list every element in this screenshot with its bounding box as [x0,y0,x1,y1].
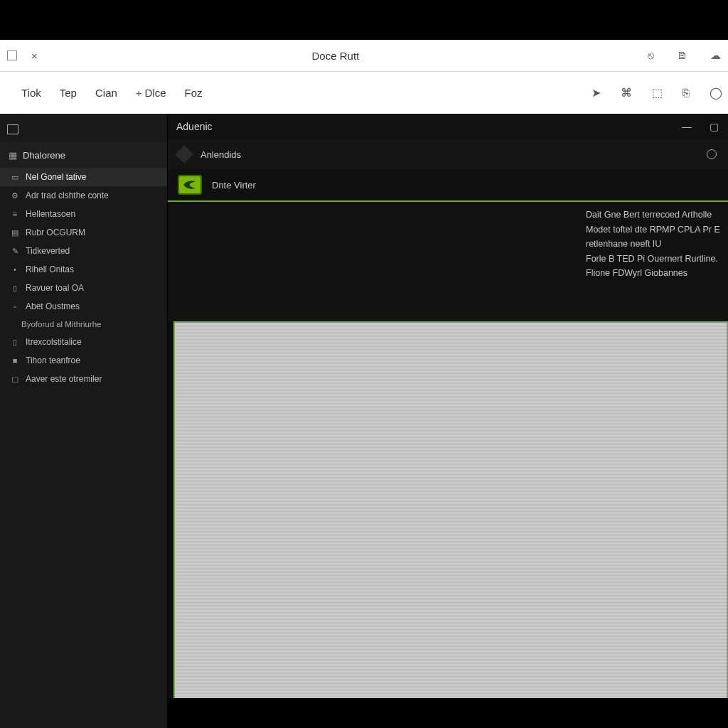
link-icon[interactable]: ⎋ [648,49,654,62]
info-line-1: Modet toftel dte RPMP CPLA Pr E [586,224,721,237]
sidebar-item-9[interactable]: ▢ Aaver este otremiler [0,370,167,388]
doc-icon: ▫ [10,302,20,311]
window-black-band [0,0,728,40]
preview-canvas[interactable] [173,321,728,705]
sidebar-item-5[interactable]: ▯ Ravuer toal OA [0,279,167,297]
panel-titlebar: Aduenic — ▢ [168,114,728,139]
dashboard-icon: ▦ [9,150,17,161]
app-frame: ▦ Dhalorene ▭ Nel Gonel tative ⚙ Adr tra… [0,114,728,728]
sidebar-item-7[interactable]: ▯ Itrexcolstitalice [0,333,167,351]
toolbar-btn-plus[interactable]: +Dlce [136,87,166,99]
toolbar-btn-3[interactable]: Foz [185,87,203,99]
bars-icon: ▯ [10,284,20,293]
lines-icon: ≡ [10,210,20,218]
breadcrumb-bar: Anlendids [168,139,728,169]
nvidia-logo-icon [178,175,202,195]
box-icon[interactable]: ⬚ [652,86,663,100]
toolbar-btn-2[interactable]: Cian [95,87,117,99]
page-title: Doce Rutt [312,50,360,62]
panel-title: Aduenic [176,121,213,132]
info-text: Dait Gne Bert terrecoed Artholle Modet t… [586,202,728,321]
sidebar-item-active[interactable]: ▭ Nel Gonel tative [0,168,167,186]
sidebar-item-3-label: Tidkeverted [26,246,70,256]
main-panel: Aduenic — ▢ Anlendids Dnte Virter Dait [168,114,728,728]
sidebar-item-active-label: Nel Gonel tative [26,172,86,182]
sidebar-subitem-label: Byoforud al Mithriurhe [21,320,102,328]
driver-label: Dnte Virter [212,180,256,191]
outline-icon: ▢ [10,375,20,384]
card-icon: ▤ [10,228,20,237]
browser-chrome: × Doce Rutt ⎋ 🗎 ☁ [0,40,728,72]
info-line-2: retlenhane neeft IU [586,238,721,251]
sidebar-item-7-label: Itrexcolstitalice [26,337,82,347]
square-icon: ■ [10,356,20,365]
sidebar-item-2-label: Rubr OCGURM [26,228,85,237]
cloud-icon[interactable]: ☁ [710,49,721,62]
toolbar-btn-1[interactable]: Tep [60,87,77,99]
gear-icon: ⚙ [10,191,20,200]
maximize-button[interactable]: ▢ [708,121,719,132]
sidebar-item-6[interactable]: ▫ Abet Oustmes [0,297,167,316]
tab-close-button[interactable]: × [31,50,38,62]
preview-container [168,321,728,705]
minimize-button[interactable]: — [681,121,692,132]
sidebar-head[interactable] [0,117,167,142]
sidebar-item-1-label: Hellentasoen [26,209,75,219]
svg-point-0 [187,183,190,186]
driver-bar: Dnte Virter [168,169,728,202]
info-line-4: Flione FDWyrl Giobannes [586,267,721,280]
sidebar-item-4[interactable]: • Rihell Onitas [0,260,167,279]
sidebar-item-2[interactable]: ▤ Rubr OCGURM [0,223,167,242]
sidebar-item-3[interactable]: ✎ Tidkeverted [0,242,167,260]
sidebar-item-5-label: Ravuer toal OA [26,283,84,293]
refresh-icon[interactable] [707,149,717,159]
monitor-icon: ▭ [10,173,20,182]
tab-favicon [7,50,17,60]
sidebar-item-4-label: Rihell Onitas [26,264,74,274]
sidebar-section-title[interactable]: ▦ Dhalorene [0,142,167,168]
sidebar-section-label: Dhalorene [23,150,65,161]
sidebar-item-1[interactable]: ≡ Hellentasoen [0,205,167,223]
sidebar-item-8-label: Tihon teanfroe [26,355,80,365]
info-line-3: Forle B TED Pi Ouernert Rurtline. [586,253,721,266]
info-line-0: Dait Gne Bert terrecoed Artholle [586,209,721,222]
people-icon[interactable]: ⌘ [621,86,632,100]
send-icon[interactable]: ➤ [592,86,601,100]
dot-icon: • [10,265,20,274]
sidebar-subitem[interactable]: Byoforud al Mithriurhe [0,316,167,333]
info-block: Dait Gne Bert terrecoed Artholle Modet t… [168,202,728,321]
sidebar-item-0[interactable]: ⚙ Adr trad clshthe conte [0,186,167,205]
breadcrumb-label: Anlendids [200,149,241,160]
diamond-icon [175,145,193,163]
sidebar-item-6-label: Abet Oustmes [26,301,80,311]
file-icon[interactable]: 🗎 [677,49,687,62]
toolbar-btn-0[interactable]: Tiok [21,87,41,99]
sidebar: ▦ Dhalorene ▭ Nel Gonel tative ⚙ Adr tra… [0,114,168,728]
wrench-icon: ✎ [10,247,20,256]
panel-toggle-icon[interactable] [7,124,18,134]
bottom-black-band [168,698,728,728]
pipe-icon: ▯ [10,338,20,347]
circle-icon[interactable]: ◯ [710,86,722,100]
clipboard-icon[interactable]: ⎘ [682,87,690,100]
sidebar-item-9-label: Aaver este otremiler [26,374,102,384]
browser-toolbar: Tiok Tep Cian +Dlce Foz ➤ ⌘ ⬚ ⎘ ◯ [0,72,728,114]
sidebar-item-8[interactable]: ■ Tihon teanfroe [0,351,167,370]
sidebar-item-0-label: Adr trad clshthe conte [26,191,109,200]
browser-tabbar: × Doce Rutt ⎋ 🗎 ☁ [0,40,728,71]
